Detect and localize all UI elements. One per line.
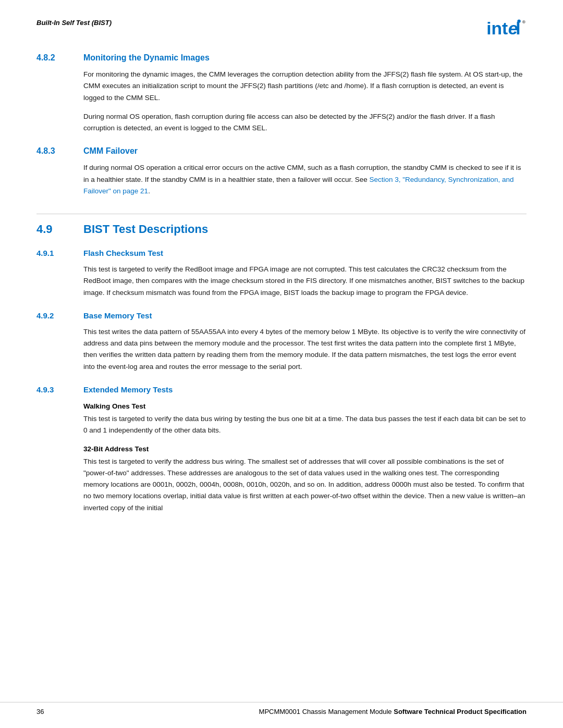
svg-text:®: ® bbox=[522, 20, 525, 24]
page-header: Built-In Self Test (BIST) int e l ® bbox=[0, 0, 563, 41]
section-482-num: 4.8.2 bbox=[36, 53, 83, 63]
section-482-title: Monitoring the Dynamic Images bbox=[83, 53, 210, 63]
footer-page-number: 36 bbox=[36, 708, 44, 715]
header-italic-title: Built-In Self Test (BIST) bbox=[36, 15, 112, 27]
section-493-heading: 4.9.3 Extended Memory Tests bbox=[36, 385, 527, 394]
footer-doc-name: MPCMM0001 Chassis Management Module bbox=[259, 708, 392, 715]
section-491-body1: This test is targeted to verify the RedB… bbox=[83, 264, 527, 299]
subsection-32bit-body: This test is targeted to verify the addr… bbox=[83, 456, 527, 514]
section-492-title: Base Memory Test bbox=[83, 311, 152, 320]
section-492-num: 4.9.2 bbox=[36, 311, 83, 320]
section-492-heading: 4.9.2 Base Memory Test bbox=[36, 311, 527, 320]
section-482-body2: During normal OS operation, flash corrup… bbox=[83, 111, 527, 134]
section-49-num: 4.9 bbox=[36, 223, 83, 236]
intel-logo-container: int e l ® bbox=[485, 15, 527, 41]
intel-logo: int e l ® bbox=[485, 15, 527, 41]
section-491-title: Flash Checksum Test bbox=[83, 249, 163, 257]
section-492-body1: This test writes the data pattern of 55A… bbox=[83, 326, 527, 373]
footer-doc-subtitle: Software Technical Product Specification bbox=[394, 708, 527, 715]
svg-text:int: int bbox=[486, 19, 508, 38]
section-483-title: CMM Failover bbox=[83, 146, 138, 156]
section-493-title: Extended Memory Tests bbox=[83, 385, 173, 394]
section-483-heading: 4.8.3 CMM Failover bbox=[36, 146, 527, 156]
subsection-walking-ones-body: This test is targeted to verify the data… bbox=[83, 413, 527, 437]
section-483-body1: If during normal OS operation a critical… bbox=[83, 162, 527, 197]
section-491-num: 4.9.1 bbox=[36, 249, 83, 257]
section-493-num: 4.9.3 bbox=[36, 385, 83, 394]
page-footer: 36 MPCMM0001 Chassis Management Module S… bbox=[0, 702, 563, 715]
section-491-heading: 4.9.1 Flash Checksum Test bbox=[36, 249, 527, 257]
subsection-walking-ones-label: Walking Ones Test bbox=[83, 402, 527, 410]
svg-point-3 bbox=[517, 19, 520, 22]
subsection-32bit-label: 32-Bit Address Test bbox=[83, 445, 527, 453]
section-49-heading: 4.9 BIST Test Descriptions bbox=[36, 214, 527, 236]
main-content: 4.8.2 Monitoring the Dynamic Images For … bbox=[0, 53, 563, 514]
page-container: Built-In Self Test (BIST) int e l ® 4.8.… bbox=[0, 0, 563, 728]
section-482-body1: For monitoring the dynamic images, the C… bbox=[83, 69, 527, 104]
section-49-title: BIST Test Descriptions bbox=[83, 223, 208, 236]
section-482-heading: 4.8.2 Monitoring the Dynamic Images bbox=[36, 53, 527, 63]
section-483-num: 4.8.3 bbox=[36, 146, 83, 156]
footer-doc-info: MPCMM0001 Chassis Management Module Soft… bbox=[259, 708, 527, 715]
